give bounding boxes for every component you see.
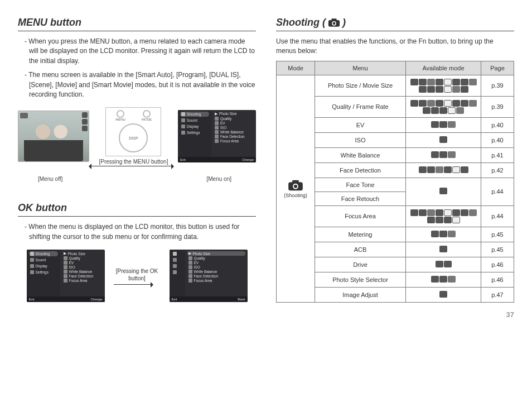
available-mode-cell [406,205,481,227]
mode-icon [439,246,447,252]
menu-button-heading: MENU button [18,17,256,31]
left-column: MENU button When you press the MENU butt… [18,13,256,319]
mode-cell-label: (Shooting) [280,193,311,198]
display-icon [181,125,185,128]
ok-before-screenshot: Shooting Sound Display Settings ▶Photo S… [27,250,105,302]
page-cell: p.42 [481,162,514,178]
mode-icon [469,100,477,107]
page-cell: p.40 [481,132,514,147]
menu-cell: ISO [315,132,406,147]
shooting-heading: Shooting ( ) [276,17,514,31]
disp-dial: DISP [119,123,148,152]
arrow-right-icon [114,284,153,285]
ok-button-heading: OK button [18,202,256,217]
mode-icon [427,166,435,173]
mode-icon [452,166,460,173]
mode-icon [431,231,439,237]
ok-button-heading-text: OK button [18,202,67,214]
camera-icon [288,181,303,188]
menu-label: MENU [108,118,132,121]
available-mode-cell [406,257,481,272]
mode-icon [444,79,452,85]
mode-icon [452,86,460,93]
menu-button-bullets: When you press the MENU button, a menu r… [18,37,256,99]
mode-icon [431,276,439,283]
menu-cell: Face Detection [315,162,406,178]
bullet-item: The menu screen is available in the [Sma… [25,70,256,99]
right-column: Shooting ( ) Use the menu that enables t… [276,13,514,319]
menu-off-screenshot [18,111,89,162]
svg-point-7 [294,184,297,188]
settings-icon [181,131,185,135]
th-menu: Menu [315,61,406,75]
svg-rect-5 [292,180,299,183]
available-mode-cell [406,272,481,287]
mode-icon [427,79,435,85]
page-cell: p.39 [481,96,514,117]
mode-icon [431,121,439,128]
page-cell: p.40 [481,117,514,132]
menu-cell: Face Tone [315,178,406,192]
mode-icon [452,100,460,107]
ok-button-bullets: When the menu is displayed on the LCD mo… [18,222,256,242]
page-cell: p.45 [481,242,514,257]
mode-icon [469,209,477,216]
mode-icon [419,79,427,85]
menu-cell: Photo Size / Movie Size [315,75,406,96]
menu-cell: Face Retouch [315,192,406,205]
mode-icon [448,231,456,237]
available-mode-cell [406,162,481,178]
mode-icon [456,107,464,114]
svg-rect-1 [331,18,336,21]
menu-on-caption: [Menu on] [207,176,231,182]
mode-icon [444,166,452,173]
available-mode-cell [406,287,481,302]
available-mode-cell [406,75,481,96]
camera-icon [181,112,185,116]
mode-icon [444,86,452,93]
menu-off-caption: [Menu off] [38,176,62,182]
mode-icon [427,86,435,93]
menu-cell: Quality / Frame Rate [315,96,406,117]
shooting-heading-prefix: Shooting ( [276,17,326,28]
mode-icon [448,276,456,283]
mode-icon [461,209,468,216]
sound-icon [181,118,185,122]
bullet-item: When the menu is displayed on the LCD mo… [25,222,256,242]
mode-icon [444,261,452,267]
menu-cell: Image Adjust [315,287,406,302]
mode-icon [439,107,447,114]
available-mode-cell [406,132,481,147]
page-cell: p.44 [481,178,514,205]
mode-icon [436,166,443,173]
mode-icon [439,231,447,237]
th-available: Available mode [406,61,481,75]
mode-icon [469,79,477,85]
mode-icon [431,107,439,114]
page-cell: p.44 [481,205,514,227]
mode-icon [452,217,460,223]
mode-icon [419,209,427,216]
mode-icon [436,261,443,267]
mode-icon [419,166,427,173]
page-number: 37 [276,310,514,319]
bullet-item: When you press the MENU button, a menu r… [25,37,256,66]
ok-button-figures: Shooting Sound Display Settings ▶Photo S… [18,250,256,302]
mode-icon [427,209,435,216]
page-cell: p.46 [481,272,514,287]
mode-icon [439,291,447,298]
mode-icon [439,151,447,158]
shooting-table: Mode Menu Available mode Page (Shooting)… [276,61,514,303]
page-cell: p.47 [481,287,514,302]
available-mode-cell [406,178,481,205]
ok-after-screenshot: ▶Photo Size Quality EV ISO White Balance… [170,250,248,302]
mode-icon [410,79,418,85]
control-diagram: MENU MODE DISP [105,107,161,156]
mode-icon [436,86,443,93]
mode-icon [448,107,456,114]
mode-icon [419,100,427,107]
shooting-heading-suffix: ) [342,17,346,28]
page-cell: p.41 [481,147,514,162]
menu-cell: Drive [315,257,406,272]
mode-icon [444,209,452,216]
